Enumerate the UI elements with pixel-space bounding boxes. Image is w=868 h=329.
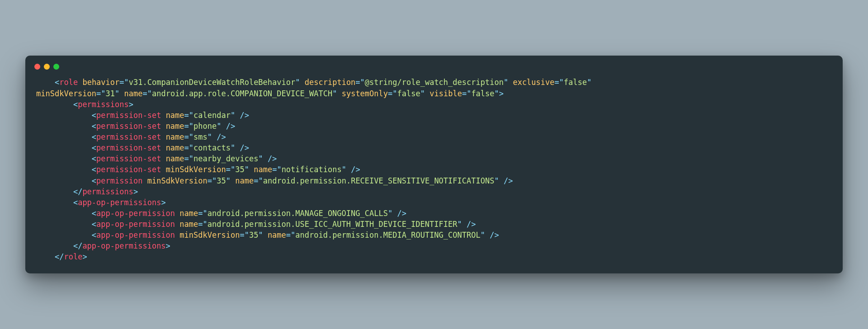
code-token <box>462 220 467 229</box>
code-token: " <box>147 89 152 98</box>
code-token: < <box>73 100 78 109</box>
code-token: name <box>166 111 184 120</box>
code-token: permission-set <box>96 165 161 174</box>
code-token: </ <box>55 252 64 261</box>
code-token: " <box>217 122 221 131</box>
code-token <box>175 230 179 240</box>
code-token: " <box>295 78 300 87</box>
code-token: " <box>392 89 397 98</box>
code-token: " <box>420 89 425 98</box>
code-token <box>235 143 240 152</box>
code-token: notifications <box>282 165 342 174</box>
code-token: visible <box>429 89 462 98</box>
code-token: permissions <box>82 187 133 196</box>
code-token: exclusive <box>513 78 554 87</box>
code-token <box>499 176 504 185</box>
code-token <box>222 122 226 131</box>
code-token: " <box>189 111 193 120</box>
code-token: app-op-permission <box>96 220 175 229</box>
code-token: " <box>115 89 119 98</box>
code-token: > <box>82 252 87 261</box>
code-token <box>212 132 217 141</box>
code-token <box>337 89 341 98</box>
code-token: = <box>286 230 291 240</box>
code-token: name <box>179 220 198 229</box>
code-token: > <box>133 187 138 196</box>
code-token: " <box>231 111 235 120</box>
code-token: contacts <box>193 143 231 152</box>
code-token: description <box>305 78 356 87</box>
code-token <box>36 230 92 240</box>
code-token: /> <box>268 154 277 163</box>
code-token: " <box>388 209 392 218</box>
code-token <box>231 176 235 185</box>
code-token: name <box>254 165 272 174</box>
code-token: > <box>166 241 170 250</box>
code-token: = <box>184 132 189 141</box>
code-token: < <box>92 176 96 185</box>
code-token: name <box>124 89 143 98</box>
code-token: " <box>277 165 281 174</box>
code-token: " <box>504 78 508 87</box>
code-token <box>36 176 92 185</box>
code-token: " <box>203 220 208 229</box>
code-token: role <box>64 252 82 261</box>
code-token: < <box>92 143 96 152</box>
code-token: " <box>495 89 499 98</box>
code-token: " <box>559 78 564 87</box>
code-token: android.permission.USE_ICC_AUTH_WITH_DEV… <box>208 220 458 229</box>
code-token: < <box>55 78 59 87</box>
code-token: android.permission.MEDIA_ROUTING_CONTROL <box>295 230 480 240</box>
code-token: false <box>564 78 587 87</box>
code-token: = <box>254 176 258 185</box>
code-token <box>263 230 268 240</box>
code-token <box>235 111 240 120</box>
code-token: /> <box>467 220 476 229</box>
code-token <box>425 89 429 98</box>
code-token: = <box>388 89 392 98</box>
code-token: " <box>481 230 485 240</box>
code-token <box>161 165 165 174</box>
code-token: " <box>457 220 462 229</box>
code-token: " <box>258 176 263 185</box>
code-token: app-op-permissions <box>78 198 161 207</box>
code-token: " <box>291 230 295 240</box>
code-block: <role behavior="v31.CompanionDeviceWatch… <box>25 74 843 265</box>
code-token <box>119 89 124 98</box>
window-titlebar <box>25 56 843 74</box>
code-token <box>36 111 92 120</box>
code-token: permission <box>96 176 142 185</box>
code-token: " <box>494 176 499 185</box>
code-token: > <box>129 100 133 109</box>
code-token: = <box>184 111 189 120</box>
code-token: android.app.role.COMPANION_DEVICE_WATCH <box>152 89 332 98</box>
code-token: /> <box>397 209 406 218</box>
code-token: 35 <box>235 165 244 174</box>
code-token: = <box>184 143 189 152</box>
code-token: = <box>198 220 203 229</box>
code-token: = <box>355 78 360 87</box>
code-token: /> <box>240 111 249 120</box>
code-token <box>161 143 165 152</box>
code-token: android.permission.MANAGE_ONGOING_CALLS <box>208 209 388 218</box>
code-token: < <box>92 154 96 163</box>
code-token: false <box>397 89 420 98</box>
code-token: " <box>189 154 193 163</box>
code-token: /> <box>226 122 235 131</box>
code-token: permission-set <box>96 132 161 141</box>
code-token <box>36 100 73 109</box>
code-token <box>161 132 165 141</box>
code-token <box>508 78 513 87</box>
code-token: </ <box>73 187 82 196</box>
code-token: app-op-permissions <box>82 241 165 250</box>
maximize-icon[interactable] <box>53 64 59 70</box>
code-token: permission-set <box>96 154 161 163</box>
code-token: role <box>59 78 78 87</box>
code-token: android.permission.RECEIVE_SENSITIVE_NOT… <box>263 176 495 185</box>
code-token: name <box>166 154 184 163</box>
close-icon[interactable] <box>34 64 40 70</box>
code-token: 35 <box>249 230 258 240</box>
minimize-icon[interactable] <box>44 64 50 70</box>
code-token: < <box>92 132 96 141</box>
code-token: " <box>258 154 263 163</box>
